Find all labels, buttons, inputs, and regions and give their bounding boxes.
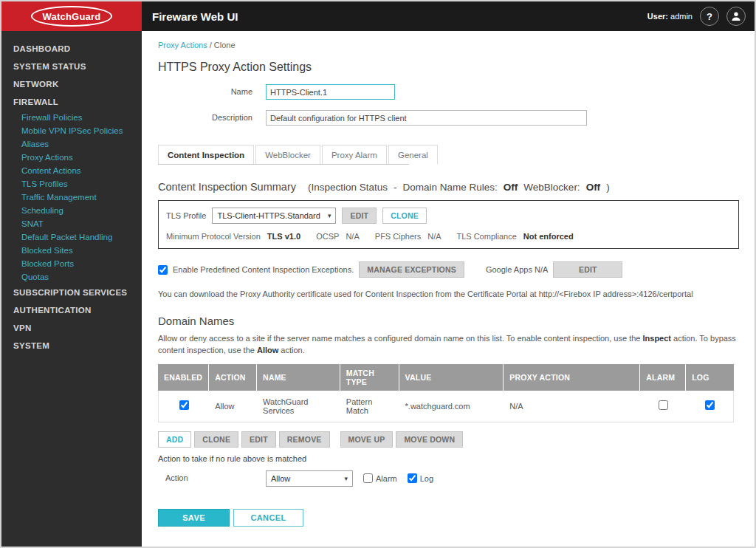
- summary-rules-label: Domain Name Rules:: [403, 182, 498, 193]
- sidebar-item-content-actions[interactable]: Content Actions: [1, 164, 142, 177]
- col-header-log: LOG: [686, 364, 734, 391]
- name-label: Name: [158, 84, 266, 100]
- breadcrumb: Proxy Actions / Clone: [158, 41, 738, 49]
- logo-oval: WatchGuard: [31, 6, 113, 27]
- summary-paren-close: ): [606, 182, 610, 193]
- tls-info-line: Minimum Protocol Version TLS v1.0 OCSP N…: [166, 232, 731, 241]
- sidebar-item-mobile-vpn-ipsec-policies[interactable]: Mobile VPN IPSec Policies: [1, 124, 142, 137]
- tls-profile-box: TLS Profile TLS-Client-HTTPS.Standard ▾ …: [158, 200, 739, 249]
- enable-exceptions-checkbox[interactable]: [158, 265, 168, 275]
- tab-webblocker[interactable]: WebBlocker: [255, 145, 320, 164]
- sidebar-item-firewall-policies[interactable]: Firewall Policies: [1, 111, 142, 124]
- sidebar-item-network[interactable]: NETWORK: [1, 75, 142, 93]
- default-action-select[interactable]: Allow ▾: [266, 470, 353, 487]
- sidebar-item-scheduling[interactable]: Scheduling: [1, 204, 142, 217]
- row-action: Allow: [209, 391, 257, 422]
- user-name: admin: [670, 12, 693, 21]
- sidebar-item-authentication[interactable]: AUTHENTICATION: [1, 301, 142, 319]
- content-inspection-summary-heading: Content Inspection Summary (Inspection S…: [158, 181, 738, 193]
- sidebar-item-traffic-management[interactable]: Traffic Management: [1, 191, 142, 204]
- dn-desc-allow: Allow: [257, 346, 278, 355]
- footer-buttons: SAVE CANCEL: [158, 509, 738, 527]
- row-enabled-checkbox[interactable]: [179, 400, 189, 410]
- save-button[interactable]: SAVE: [158, 509, 230, 527]
- row-proxy-action: N/A: [504, 391, 640, 422]
- summary-webblocker-label: WebBlocker:: [523, 182, 580, 193]
- compliance-label: TLS Compliance: [456, 232, 516, 241]
- enable-exceptions-label: Enable Predefined Content Inspection Exc…: [173, 265, 354, 274]
- sidebar-item-snat[interactable]: SNAT: [1, 217, 142, 230]
- tab-proxy-alarm[interactable]: Proxy Alarm: [322, 145, 387, 164]
- google-apps-edit-button[interactable]: EDIT: [553, 261, 622, 278]
- sidebar-item-system[interactable]: SYSTEM: [1, 337, 142, 355]
- sidebar-item-quotas[interactable]: Quotas: [1, 270, 142, 284]
- person-glyph: [731, 11, 741, 21]
- summary-webblocker-value: Off: [586, 182, 601, 193]
- description-label: Description: [158, 110, 266, 126]
- sidebar-item-vpn[interactable]: VPN: [1, 319, 142, 337]
- sidebar-item-blocked-ports[interactable]: Blocked Ports: [1, 257, 142, 270]
- default-action-row: Action Allow ▾ Alarm Log: [158, 470, 738, 487]
- summary-rules-value: Off: [504, 182, 518, 193]
- user-info: User: admin: [647, 12, 693, 21]
- domain-names-description: Allow or deny access to a site if the se…: [158, 333, 738, 357]
- breadcrumb-proxy-actions-link[interactable]: Proxy Actions: [158, 41, 207, 49]
- default-action-selected-value: Allow: [271, 474, 290, 483]
- clone-button[interactable]: CLONE: [194, 431, 238, 448]
- log-checkbox[interactable]: [408, 473, 417, 483]
- sidebar-item-dashboard[interactable]: DASHBOARD: [1, 40, 142, 58]
- tab-content-inspection[interactable]: Content Inspection: [158, 145, 254, 164]
- pfs-value: N/A: [427, 232, 441, 241]
- sidebar-item-tls-profiles[interactable]: TLS Profiles: [1, 177, 142, 191]
- manage-exceptions-button[interactable]: MANAGE EXCEPTIONS: [359, 261, 464, 278]
- account-icon[interactable]: [726, 7, 746, 26]
- tab-bar: Content Inspection WebBlocker Proxy Alar…: [158, 145, 409, 165]
- log-checkbox-group: Log: [408, 473, 433, 483]
- sidebar-item-system-status[interactable]: SYSTEM STATUS: [1, 58, 142, 75]
- move-up-button[interactable]: MOVE UP: [340, 431, 394, 448]
- sidebar-item-proxy-actions[interactable]: Proxy Actions: [1, 151, 142, 164]
- ocsp-value: N/A: [346, 232, 359, 241]
- row-match-type: Pattern Match: [340, 391, 399, 422]
- alarm-checkbox[interactable]: [363, 473, 373, 483]
- tab-general[interactable]: General: [388, 145, 438, 164]
- sidebar-item-firewall[interactable]: FIREWALL: [1, 93, 142, 111]
- row-log-checkbox[interactable]: [705, 400, 715, 410]
- description-row: Description: [158, 110, 738, 126]
- move-down-button[interactable]: MOVE DOWN: [396, 431, 463, 448]
- sidebar-item-subscription-services[interactable]: SUBSCRIPTION SERVICES: [1, 284, 142, 301]
- row-alarm-checkbox[interactable]: [659, 400, 668, 410]
- app-header: WatchGuard Fireware Web UI User: admin ?: [1, 1, 755, 31]
- cancel-button[interactable]: CANCEL: [233, 509, 303, 527]
- ocsp-label: OCSP: [316, 232, 339, 241]
- tls-profile-selected-value: TLS-Client-HTTPS.Standard: [217, 211, 320, 220]
- sidebar-item-blocked-sites[interactable]: Blocked Sites: [1, 244, 142, 257]
- col-header-enabled: ENABLED: [158, 364, 209, 391]
- col-header-name: NAME: [257, 364, 340, 391]
- google-apps-label: Google Apps N/A: [486, 265, 548, 274]
- col-header-match-type: MATCH TYPE: [340, 364, 399, 391]
- summary-dash: -: [394, 182, 397, 193]
- min-proto-value: TLS v1.0: [267, 232, 300, 241]
- edit-button[interactable]: EDIT: [241, 431, 276, 448]
- tls-profile-select[interactable]: TLS-Client-HTTPS.Standard ▾: [212, 208, 336, 224]
- description-input[interactable]: [266, 110, 587, 126]
- col-header-alarm: ALARM: [640, 364, 686, 391]
- sidebar-item-aliases[interactable]: Aliases: [1, 137, 142, 151]
- header-right: User: admin ?: [647, 7, 755, 26]
- add-button[interactable]: ADD: [158, 431, 191, 448]
- name-input[interactable]: [266, 84, 395, 100]
- pfs-label: PFS Ciphers: [375, 232, 421, 241]
- tls-clone-button[interactable]: CLONE: [382, 208, 427, 224]
- summary-title: Content Inspection Summary: [158, 181, 296, 193]
- sidebar-item-default-packet-handling[interactable]: Default Packet Handling: [1, 230, 142, 244]
- remove-button[interactable]: REMOVE: [279, 431, 330, 448]
- col-header-action: ACTION: [209, 364, 257, 391]
- dn-desc-part1: Allow or deny access to a site if the se…: [158, 334, 643, 343]
- table-row[interactable]: Allow WatchGuard Services Pattern Match …: [158, 391, 734, 422]
- help-icon[interactable]: ?: [700, 7, 719, 26]
- table-header-row: ENABLED ACTION NAME MATCH TYPE VALUE PRO…: [158, 364, 734, 391]
- col-header-value: VALUE: [399, 364, 504, 391]
- tls-edit-button[interactable]: EDIT: [342, 208, 377, 224]
- logo-text: WatchGuard: [43, 11, 101, 22]
